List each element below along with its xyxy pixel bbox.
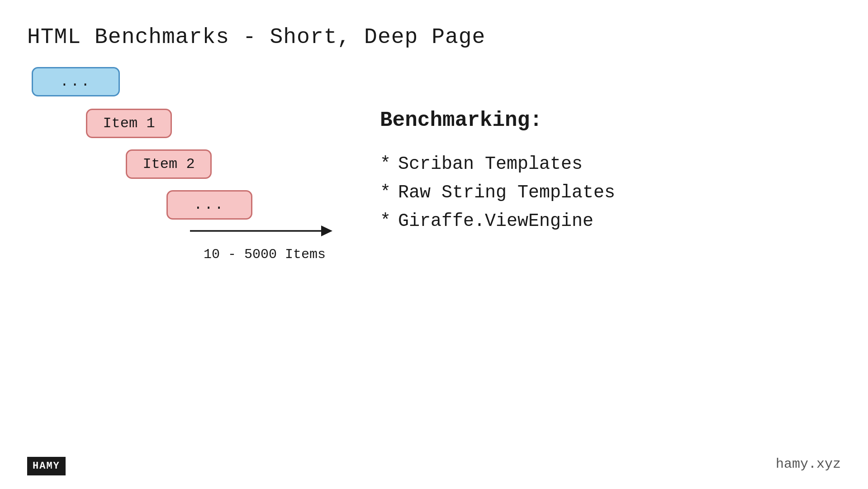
logo-text: HAMY [27,457,66,475]
item1-box: Item 1 [86,109,172,138]
list-item: * Raw String Templates [380,182,615,203]
footer-url: hamy.xyz [776,456,841,472]
logo: HAMY [27,460,66,472]
svg-marker-1 [321,225,332,236]
root-box: ... [32,67,120,96]
item2-box: Item 2 [126,149,212,179]
arrow-label: 10 - 5000 Items [204,247,326,262]
benchmarking-list: * Scriban Templates * Raw String Templat… [380,154,615,240]
bullet-star: * [380,211,391,231]
page-title: HTML Benchmarks - Short, Deep Page [27,25,485,49]
bullet-star: * [380,182,391,203]
benchmarking-title: Benchmarking: [380,109,542,132]
ellipsis-box: ... [166,190,252,220]
list-item: * Scriban Templates [380,154,615,174]
bullet-star: * [380,154,391,174]
items-arrow [190,222,335,247]
list-item: * Giraffe.ViewEngine [380,211,615,231]
